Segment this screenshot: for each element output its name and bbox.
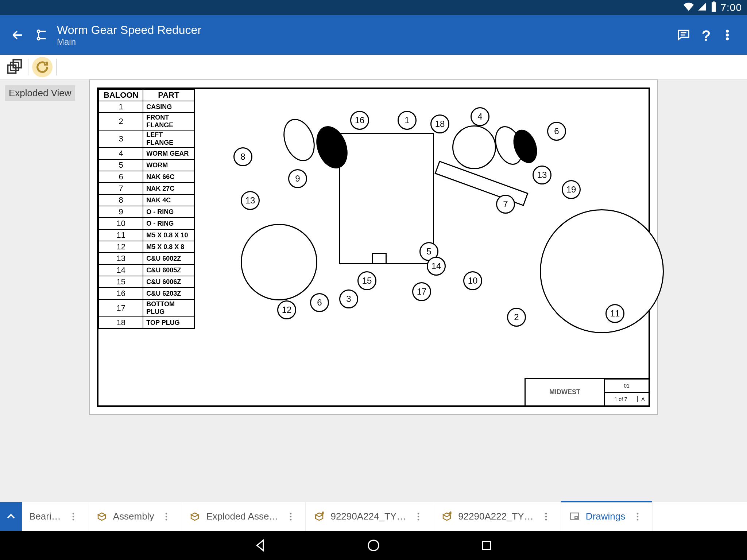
balloon-callout: 13 — [533, 166, 551, 184]
bom-row: 2FRONT FLANGE — [99, 113, 194, 130]
bom-balloon-num: 15 — [99, 276, 143, 288]
title-block-logo: MIDWEST — [526, 379, 605, 405]
tab-menu-button[interactable] — [283, 512, 298, 522]
bom-row: 13C&U 6002Z — [99, 253, 194, 264]
svg-rect-6 — [8, 65, 16, 73]
back-button[interactable] — [9, 26, 26, 44]
nav-back-button[interactable] — [251, 536, 270, 555]
svg-point-26 — [637, 513, 639, 514]
bom-row: 12M5 X 0.8 X 8 — [99, 241, 194, 253]
balloon-callout: 16 — [350, 111, 369, 130]
svg-point-4 — [726, 34, 729, 36]
balloon-callout: 7 — [496, 195, 515, 214]
balloon-callout: 2 — [507, 308, 526, 327]
bom-balloon-num: 16 — [99, 288, 143, 299]
svg-point-23 — [545, 518, 547, 520]
svg-rect-7 — [11, 62, 19, 70]
overflow-menu-button[interactable] — [716, 24, 738, 46]
tab-drawings[interactable]: Drawings — [561, 502, 652, 531]
nav-recent-button[interactable] — [477, 536, 496, 555]
part-casing — [339, 133, 434, 264]
layers-button[interactable] — [4, 57, 24, 77]
bom-row: 9O - RING — [99, 206, 194, 218]
svg-point-16 — [290, 516, 292, 517]
balloon-callout: 9 — [288, 169, 307, 188]
svg-point-19 — [418, 516, 419, 517]
help-button[interactable]: ? — [694, 24, 716, 46]
tab-label: 92290A224_TY… — [330, 511, 406, 522]
part-ring — [278, 114, 320, 166]
bom-row: 7NAK 27C — [99, 183, 194, 194]
bom-balloon-num: 8 — [99, 194, 143, 206]
bom-row: 15C&U 6006Z — [99, 276, 194, 288]
bom-balloon-num: 6 — [99, 171, 143, 183]
tab-label: Beari… — [29, 511, 61, 522]
document-type-icon — [33, 26, 50, 44]
tab-beari-[interactable]: Beari… — [22, 502, 88, 531]
balloon-callout: 14 — [427, 257, 446, 276]
view-toolbar — [0, 55, 747, 79]
svg-point-5 — [726, 38, 729, 40]
drawing-viewport[interactable]: Exploded View BALOON PART 1CASING2FRONT … — [0, 79, 747, 502]
balloon-callout: 12 — [277, 300, 296, 319]
exploded-drawing: 16118468913131975153171410612211 — [182, 89, 649, 405]
comments-button[interactable] — [673, 24, 694, 46]
bom-balloon-num: 9 — [99, 206, 143, 218]
part-plug — [372, 253, 387, 264]
balloon-callout: 15 — [357, 271, 376, 290]
bom-row: 6NAK 66C — [99, 171, 194, 183]
bom-row: 4WORM GEAR — [99, 148, 194, 159]
balloon-callout: 1 — [398, 111, 417, 130]
svg-rect-30 — [483, 541, 491, 550]
balloon-callout: 6 — [547, 122, 566, 141]
bom-balloon-num: 5 — [99, 159, 143, 171]
tab-menu-button[interactable] — [66, 512, 81, 522]
tab-menu-button[interactable] — [159, 512, 174, 522]
tab-menu-button[interactable] — [630, 512, 645, 522]
tab-menu-button[interactable] — [539, 512, 553, 522]
tab-label: Drawings — [586, 511, 625, 522]
bom-row: 1CASING — [99, 101, 194, 113]
svg-point-20 — [418, 518, 419, 520]
svg-point-1 — [37, 38, 40, 40]
tab-92290a224-ty-[interactable]: 92290A224_TY… — [306, 502, 433, 531]
title-block-sheet-of: 1 of 7 — [605, 396, 638, 402]
bom-balloon-num: 4 — [99, 148, 143, 159]
svg-point-17 — [290, 518, 292, 520]
svg-point-21 — [545, 513, 547, 514]
bom-header-balloon: BALOON — [99, 89, 143, 101]
bom-row: 14C&U 6005Z — [99, 264, 194, 276]
drawing-frame: BALOON PART 1CASING2FRONT FLANGE3LEFT FL… — [97, 88, 650, 407]
nav-home-button[interactable] — [364, 536, 383, 555]
android-nav-bar — [0, 531, 747, 560]
tab-exploded-asse-[interactable]: Exploded Asse… — [181, 502, 305, 531]
tab-92290a222-ty-[interactable]: 92290A222_TY… — [433, 502, 561, 531]
toolbar-separator — [56, 59, 57, 75]
bom-row: 16C&U 6203Z — [99, 288, 194, 299]
svg-text:?: ? — [702, 28, 710, 42]
bom-balloon-num: 18 — [99, 317, 143, 328]
title-block-rev: A — [638, 396, 649, 402]
svg-point-0 — [37, 30, 40, 33]
tab-menu-button[interactable] — [411, 512, 426, 522]
bom-balloon-num: 7 — [99, 183, 143, 194]
balloon-callout: 18 — [430, 114, 449, 133]
svg-point-15 — [290, 513, 292, 514]
svg-point-11 — [72, 518, 74, 520]
svg-rect-25 — [575, 517, 578, 518]
orbit-view-button[interactable] — [32, 57, 53, 77]
bom-row: 5WORM — [99, 159, 194, 171]
svg-point-10 — [72, 516, 74, 517]
svg-point-12 — [166, 513, 167, 514]
bom-balloon-num: 17 — [99, 299, 143, 317]
svg-point-13 — [166, 516, 167, 517]
document-tabs: Beari…AssemblyExploded Asse…92290A224_TY… — [0, 502, 747, 531]
svg-point-29 — [368, 540, 379, 551]
android-status-bar: 7:00 — [0, 0, 747, 15]
balloon-callout: 11 — [605, 304, 624, 323]
svg-point-14 — [166, 518, 167, 520]
assembly-icon — [96, 510, 108, 523]
svg-rect-8 — [13, 59, 21, 67]
tabs-expand-button[interactable] — [0, 502, 22, 531]
tab-assembly[interactable]: Assembly — [88, 502, 181, 531]
